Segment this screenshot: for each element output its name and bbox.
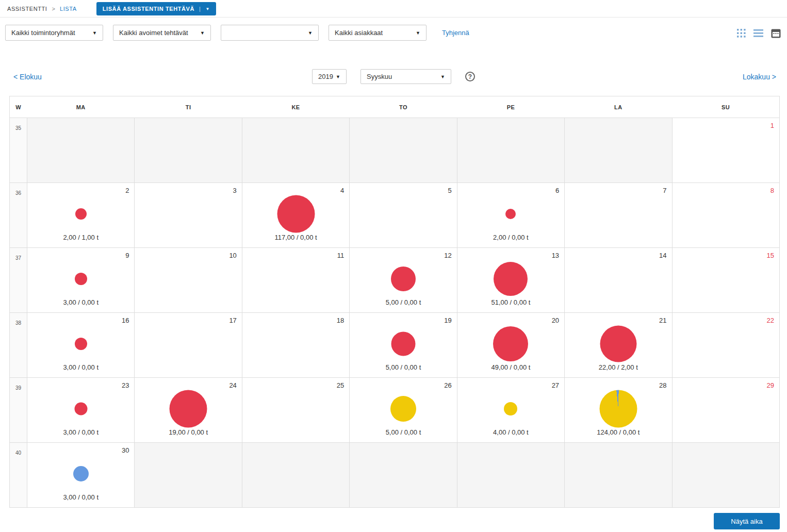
column-header-la: LA <box>565 96 672 118</box>
day-cell[interactable]: 195,00 / 0,00 t <box>350 313 457 378</box>
day-number: 21 <box>659 317 666 324</box>
task-status-value: Kaikki avoimet tehtävät <box>119 29 188 37</box>
day-total-label: 4,00 / 0,00 t <box>457 428 564 436</box>
day-number: 30 <box>122 446 129 454</box>
day-cell-empty <box>457 443 564 508</box>
day-cell[interactable]: 5 <box>350 183 457 248</box>
column-header-ma: MA <box>27 96 135 118</box>
day-cell[interactable]: 93,00 / 0,00 t <box>27 248 135 313</box>
day-cell[interactable]: 8 <box>672 183 779 248</box>
day-total-label: 2,00 / 1,00 t <box>27 234 134 241</box>
day-total-label: 19,00 / 0,00 t <box>135 428 241 436</box>
day-cell[interactable]: 4117,00 / 0,00 t <box>242 183 349 248</box>
task-circle <box>391 267 416 291</box>
day-cell[interactable]: 29 <box>672 378 779 443</box>
day-cell[interactable]: 7 <box>565 183 672 248</box>
day-total-label: 51,00 / 0,00 t <box>457 298 564 306</box>
task-circle <box>277 195 315 233</box>
year-select[interactable]: 2019 ▼ <box>312 69 347 84</box>
task-circle <box>75 338 87 350</box>
day-cell[interactable]: 163,00 / 0,00 t <box>27 313 135 378</box>
day-cell[interactable]: 22 <box>672 313 779 378</box>
help-icon[interactable]: ? <box>465 72 475 81</box>
day-cell[interactable]: 2419,00 / 0,00 t <box>135 378 242 443</box>
grid-view-icon[interactable] <box>737 29 746 38</box>
day-cell[interactable]: 274,00 / 0,00 t <box>457 378 564 443</box>
task-circle <box>494 262 528 296</box>
calendar-view-icon[interactable] <box>771 28 781 38</box>
day-number: 9 <box>125 252 129 259</box>
customer-value: Kaikki asiakkaat <box>335 29 383 37</box>
chevron-down-icon: ▼ <box>308 30 313 36</box>
column-header-pe: PE <box>457 96 564 118</box>
day-cell[interactable]: 125,00 / 0,00 t <box>350 248 457 313</box>
day-cell[interactable]: 62,00 / 0,00 t <box>457 183 564 248</box>
clear-filters-link[interactable]: Tyhjennä <box>442 29 469 37</box>
filter-bar: Kaikki toimintoryhmät ▼ Kaikki avoimet t… <box>5 25 469 41</box>
day-cell[interactable]: 1351,00 / 0,00 t <box>457 248 564 313</box>
day-cell[interactable]: 28124,00 / 0,00 t <box>565 378 672 443</box>
day-total-label: 5,00 / 0,00 t <box>350 298 456 306</box>
day-number: 16 <box>122 317 129 324</box>
day-number: 15 <box>767 252 774 259</box>
day-cell-empty <box>672 443 779 508</box>
day-number: 22 <box>767 317 774 324</box>
month-year-controls: 2019 ▼ Syyskuu ▼ ? <box>0 69 787 84</box>
day-number: 27 <box>552 381 559 389</box>
next-month-link[interactable]: Lokakuu > <box>743 73 776 81</box>
day-cell[interactable]: 265,00 / 0,00 t <box>350 378 457 443</box>
day-total-label: 3,00 / 0,00 t <box>27 493 134 501</box>
task-status-select[interactable]: Kaikki avoimet tehtävät ▼ <box>113 25 211 41</box>
year-value: 2019 <box>318 73 333 80</box>
day-total-label: 49,00 / 0,00 t <box>457 363 564 371</box>
task-circle <box>493 326 528 361</box>
day-cell[interactable]: 1 <box>672 118 779 183</box>
chevron-down-icon: ▼ <box>200 30 205 36</box>
day-cell[interactable]: 11 <box>242 248 349 313</box>
breadcrumb-lista-link[interactable]: LISTA <box>60 6 77 12</box>
day-cell-empty <box>565 443 672 508</box>
customer-select[interactable]: Kaikki asiakkaat ▼ <box>329 25 427 41</box>
top-bar: ASSISTENTTI > LISTA LISÄÄ ASSISTENTIN TE… <box>0 0 787 18</box>
day-cell-empty <box>565 118 672 183</box>
day-cell[interactable]: 17 <box>135 313 242 378</box>
day-number: 4 <box>340 187 344 194</box>
task-circle <box>75 208 87 220</box>
day-number: 28 <box>659 381 666 389</box>
task-circle <box>390 396 416 422</box>
day-cell[interactable]: 10 <box>135 248 242 313</box>
day-number: 5 <box>448 187 451 194</box>
day-cell[interactable]: 18 <box>242 313 349 378</box>
day-total-label: 117,00 / 0,00 t <box>242 234 349 241</box>
empty-filter-select[interactable]: ▼ <box>221 25 319 41</box>
task-circle <box>75 273 87 285</box>
day-number: 17 <box>229 317 236 324</box>
day-number: 12 <box>444 252 451 259</box>
week-row: 40303,00 / 0,00 t <box>10 443 780 508</box>
column-header-su: SU <box>672 96 779 118</box>
add-assistant-task-button[interactable]: LISÄÄ ASSISTENTIN TEHTÄVÄ | ▼ <box>96 2 216 15</box>
day-cell[interactable]: 303,00 / 0,00 t <box>27 443 135 508</box>
task-circle <box>74 403 87 415</box>
day-cell-empty <box>350 118 457 183</box>
day-cell[interactable]: 22,00 / 1,00 t <box>27 183 135 248</box>
show-time-button[interactable]: Näytä aika <box>714 513 780 529</box>
day-cell[interactable]: 233,00 / 0,00 t <box>27 378 135 443</box>
day-cell[interactable]: 3 <box>135 183 242 248</box>
day-cell[interactable]: 14 <box>565 248 672 313</box>
day-cell[interactable]: 2122,00 / 2,00 t <box>565 313 672 378</box>
task-circle <box>73 466 89 481</box>
day-cell[interactable]: 25 <box>242 378 349 443</box>
month-select[interactable]: Syyskuu ▼ <box>360 69 451 84</box>
month-navigation: < Elokuu 2019 ▼ Syyskuu ▼ ? Lokakuu > <box>0 69 787 86</box>
column-header-ti: TI <box>135 96 242 118</box>
day-number: 13 <box>552 252 559 259</box>
day-cell[interactable]: 2049,00 / 0,00 t <box>457 313 564 378</box>
activity-group-select[interactable]: Kaikki toimintoryhmät ▼ <box>5 25 103 41</box>
list-view-icon[interactable] <box>753 29 763 37</box>
week-number-cell: 37 <box>10 248 27 313</box>
day-cell[interactable]: 15 <box>672 248 779 313</box>
week-number-cell: 40 <box>10 443 27 508</box>
task-circle <box>600 326 636 362</box>
month-value: Syyskuu <box>367 73 392 80</box>
